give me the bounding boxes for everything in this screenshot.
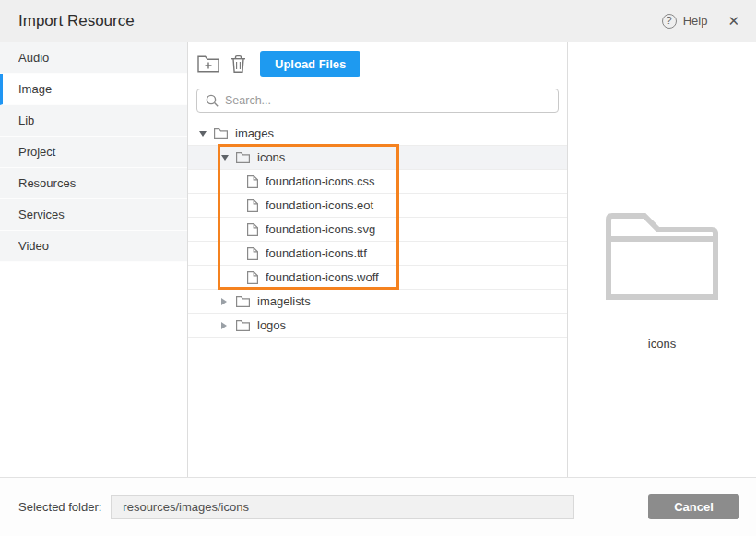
preview-folder-name: icons	[648, 337, 676, 351]
sidebar-item-services[interactable]: Services	[0, 199, 187, 231]
file-icon	[247, 199, 258, 212]
folder-icon	[236, 152, 250, 163]
file-browser-panel: Upload Files images	[188, 42, 568, 477]
upload-files-button[interactable]: Upload Files	[260, 51, 360, 77]
folder-icon	[236, 320, 250, 331]
tree-row-label: foundation-icons.eot	[266, 198, 373, 212]
tree-row-file[interactable]: foundation-icons.eot	[188, 194, 567, 218]
sidebar-item-lib[interactable]: Lib	[0, 105, 187, 137]
search-box	[196, 89, 559, 113]
new-folder-button[interactable]	[195, 51, 221, 77]
file-tree: images icons foundation-icons.css	[188, 122, 567, 338]
help-button[interactable]: ? Help	[662, 14, 708, 29]
new-folder-icon	[197, 54, 219, 73]
search-icon	[206, 94, 219, 107]
dialog-header: Import Resource ? Help ✕	[0, 0, 756, 42]
tree-row-file[interactable]: foundation-icons.css	[188, 170, 567, 194]
expand-caret-icon[interactable]	[199, 131, 214, 137]
help-label: Help	[683, 14, 708, 28]
tree-row-label: images	[235, 126, 274, 140]
header-actions: ? Help ✕	[662, 14, 739, 29]
tree-row-file[interactable]: foundation-icons.svg	[188, 218, 567, 242]
large-folder-icon	[606, 213, 718, 304]
sidebar-item-video[interactable]: Video	[0, 231, 187, 262]
tree-row-label: foundation-icons.ttf	[266, 246, 367, 260]
tree-row-label: logos	[257, 318, 286, 332]
sidebar-item-audio[interactable]: Audio	[0, 42, 187, 74]
file-icon	[247, 247, 258, 260]
tree-row-label: foundation-icons.css	[266, 174, 375, 188]
close-icon[interactable]: ✕	[727, 14, 739, 28]
tree-row-label: foundation-icons.svg	[266, 222, 375, 236]
collapse-caret-icon[interactable]	[221, 322, 236, 329]
tree-row-label: foundation-icons.woff	[266, 270, 379, 284]
tree-row-label: icons	[257, 150, 285, 164]
sidebar-item-project[interactable]: Project	[0, 137, 187, 168]
page-title: Import Resource	[18, 12, 135, 30]
import-resource-dialog: Import Resource ? Help ✕ Audio Image Lib…	[0, 0, 756, 536]
preview-panel: icons	[568, 42, 756, 477]
expand-caret-icon[interactable]	[221, 155, 236, 161]
toolbar: Upload Files	[188, 42, 567, 77]
file-icon	[247, 175, 258, 188]
file-icon	[247, 223, 258, 236]
tree-row-file[interactable]: foundation-icons.ttf	[188, 242, 567, 266]
trash-icon	[230, 54, 246, 74]
tree-row-label: imagelists	[257, 294, 311, 308]
dialog-footer: Selected folder: Cancel	[0, 477, 756, 536]
selected-folder-label: Selected folder:	[18, 500, 101, 514]
dialog-body: Audio Image Lib Project Resources Servic…	[0, 42, 756, 477]
search-input[interactable]	[225, 94, 549, 107]
sidebar-item-resources[interactable]: Resources	[0, 168, 187, 199]
selected-folder-input[interactable]	[111, 495, 574, 519]
tree-row-imagelists[interactable]: imagelists	[188, 290, 567, 314]
tree-row-file[interactable]: foundation-icons.woff	[188, 266, 567, 290]
tree-row-logos[interactable]: logos	[188, 314, 567, 338]
file-icon	[247, 271, 258, 284]
tree-row-images[interactable]: images	[188, 122, 567, 146]
tree-row-icons[interactable]: icons	[188, 146, 567, 170]
cancel-button[interactable]: Cancel	[648, 494, 739, 519]
delete-button[interactable]	[225, 51, 251, 77]
folder-icon	[236, 296, 250, 307]
category-sidebar: Audio Image Lib Project Resources Servic…	[0, 42, 188, 477]
help-icon: ?	[662, 14, 677, 29]
sidebar-item-image[interactable]: Image	[0, 74, 187, 105]
collapse-caret-icon[interactable]	[221, 298, 236, 305]
folder-icon	[214, 128, 228, 139]
